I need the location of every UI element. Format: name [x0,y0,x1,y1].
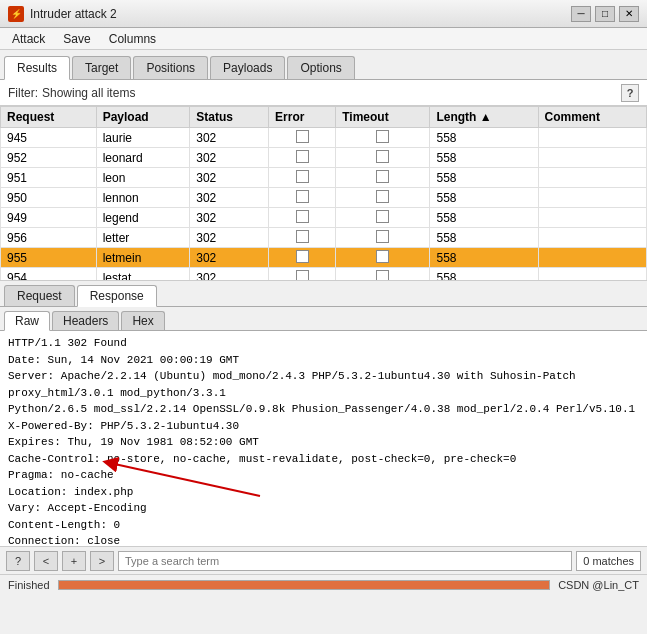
tab-target[interactable]: Target [72,56,131,79]
tab-payloads[interactable]: Payloads [210,56,285,79]
menu-columns[interactable]: Columns [101,30,164,48]
cell-timeout [336,208,430,228]
window-title: Intruder attack 2 [30,7,117,21]
progress-bar-container [58,580,551,590]
cell-status: 302 [190,228,269,248]
cell-status: 302 [190,208,269,228]
cell-payload: lestat [96,268,190,282]
title-bar: ⚡ Intruder attack 2 ─ □ ✕ [0,0,647,28]
req-res-tab-bar: Request Response [0,281,647,307]
menu-attack[interactable]: Attack [4,30,53,48]
cell-timeout [336,128,430,148]
tab-results[interactable]: Results [4,56,70,80]
cell-status: 302 [190,188,269,208]
table-row[interactable]: 949 legend 302 558 [1,208,647,228]
search-input[interactable] [118,551,572,571]
results-table-container: Request Payload Status Error Timeout Len… [0,106,647,281]
cell-payload: letter [96,228,190,248]
response-line: Connection: close [8,533,639,546]
cell-payload: laurie [96,128,190,148]
cell-status: 302 [190,128,269,148]
cell-status: 302 [190,248,269,268]
tab-request[interactable]: Request [4,285,75,306]
help-button[interactable]: ? [6,551,30,571]
filter-value: Showing all items [42,86,135,100]
response-line: Cache-Control: no-store, no-cache, must-… [8,451,639,468]
cell-error [269,228,336,248]
menu-bar: Attack Save Columns [0,28,647,50]
sub-tab-headers[interactable]: Headers [52,311,119,330]
cell-comment [538,188,646,208]
cell-length: 558 [430,228,538,248]
main-tab-bar: Results Target Positions Payloads Option… [0,50,647,80]
app-icon: ⚡ [8,6,24,22]
cell-length: 558 [430,268,538,282]
table-row[interactable]: 945 laurie 302 558 [1,128,647,148]
cell-request: 949 [1,208,97,228]
tab-options[interactable]: Options [287,56,354,79]
cell-comment [538,248,646,268]
close-button[interactable]: ✕ [619,6,639,22]
cell-length: 558 [430,208,538,228]
response-line: Vary: Accept-Encoding [8,500,639,517]
cell-payload: leon [96,168,190,188]
col-timeout[interactable]: Timeout [336,107,430,128]
col-comment[interactable]: Comment [538,107,646,128]
table-row[interactable]: 955 letmein 302 558 [1,248,647,268]
response-line: Expires: Thu, 19 Nov 1981 08:52:00 GMT [8,434,639,451]
cell-payload: letmein [96,248,190,268]
response-line: Pragma: no-cache [8,467,639,484]
cell-request: 955 [1,248,97,268]
sub-tab-bar: Raw Headers Hex [0,307,647,331]
add-button[interactable]: + [62,551,86,571]
match-count: 0 matches [576,551,641,571]
cell-comment [538,268,646,282]
col-request[interactable]: Request [1,107,97,128]
cell-comment [538,148,646,168]
maximize-button[interactable]: □ [595,6,615,22]
table-row[interactable]: 951 leon 302 558 [1,168,647,188]
next-button[interactable]: > [90,551,114,571]
cell-comment [538,208,646,228]
sub-tab-hex[interactable]: Hex [121,311,164,330]
minimize-button[interactable]: ─ [571,6,591,22]
col-payload[interactable]: Payload [96,107,190,128]
table-row[interactable]: 954 lestat 302 558 [1,268,647,282]
response-line: Server: Apache/2.2.14 (Ubuntu) mod_mono/… [8,368,639,401]
tab-response[interactable]: Response [77,285,157,307]
window-controls: ─ □ ✕ [571,6,639,22]
response-line: Content-Length: 0 [8,517,639,534]
cell-request: 950 [1,188,97,208]
filter-bar: Filter: Showing all items ? [0,80,647,106]
cell-error [269,268,336,282]
cell-length: 558 [430,168,538,188]
cell-error [269,148,336,168]
col-status[interactable]: Status [190,107,269,128]
filter-help-button[interactable]: ? [621,84,639,102]
col-length[interactable]: Length ▲ [430,107,538,128]
table-row[interactable]: 956 letter 302 558 [1,228,647,248]
cell-timeout [336,268,430,282]
cell-error [269,248,336,268]
table-row[interactable]: 952 leonard 302 558 [1,148,647,168]
response-line: HTTP/1.1 302 Found [8,335,639,352]
menu-save[interactable]: Save [55,30,98,48]
cell-length: 558 [430,128,538,148]
tab-positions[interactable]: Positions [133,56,208,79]
cell-comment [538,128,646,148]
cell-request: 945 [1,128,97,148]
response-line: X-Powered-By: PHP/5.3.2-1ubuntu4.30 [8,418,639,435]
sub-tab-raw[interactable]: Raw [4,311,50,331]
cell-payload: leonard [96,148,190,168]
watermark: CSDN @Lin_CT [558,579,639,591]
col-error[interactable]: Error [269,107,336,128]
cell-timeout [336,148,430,168]
results-table: Request Payload Status Error Timeout Len… [0,106,647,281]
cell-length: 558 [430,148,538,168]
cell-error [269,208,336,228]
response-content: HTTP/1.1 302 FoundDate: Sun, 14 Nov 2021… [0,331,647,546]
table-row[interactable]: 950 lennon 302 558 [1,188,647,208]
prev-button[interactable]: < [34,551,58,571]
cell-status: 302 [190,268,269,282]
status-bar: Finished CSDN @Lin_CT [0,574,647,594]
